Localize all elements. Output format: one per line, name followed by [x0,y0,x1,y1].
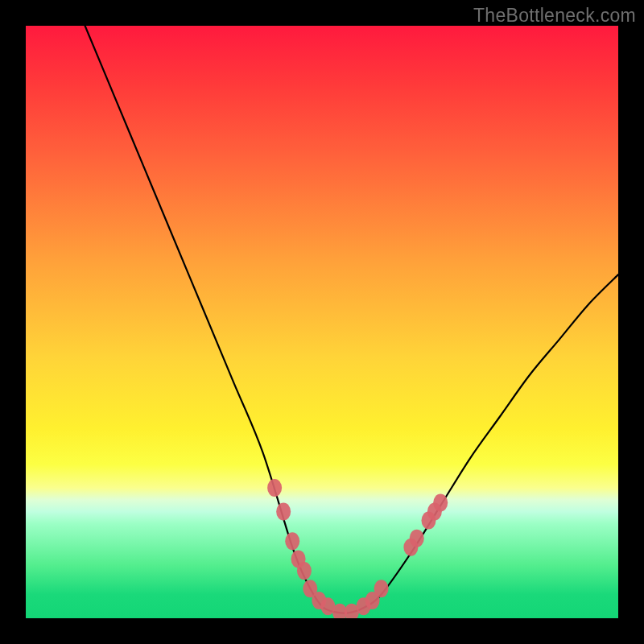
chart-frame: TheBottleneck.com [0,0,644,644]
curve-layer [26,26,618,618]
curve-marker [276,503,291,521]
curve-marker [433,493,448,511]
curve-marker [267,479,282,497]
curve-marker [357,597,371,615]
curve-marker [320,597,335,615]
curve-marker [285,532,299,550]
curve-marker [332,604,347,618]
curve-marker [345,604,359,618]
curve-marker [312,592,326,609]
curve-marker [410,530,424,547]
curve-marker [427,503,442,521]
curve-markers [267,479,448,618]
watermark-text: TheBottleneck.com [473,5,636,27]
plot-area [26,26,618,618]
curve-marker [297,562,312,580]
curve-marker [403,539,418,556]
curve-marker [303,580,317,597]
curve-marker [365,592,380,609]
bottleneck-curve [85,26,618,613]
curve-marker [421,512,436,530]
curve-marker [291,550,306,568]
curve-marker [374,580,389,597]
